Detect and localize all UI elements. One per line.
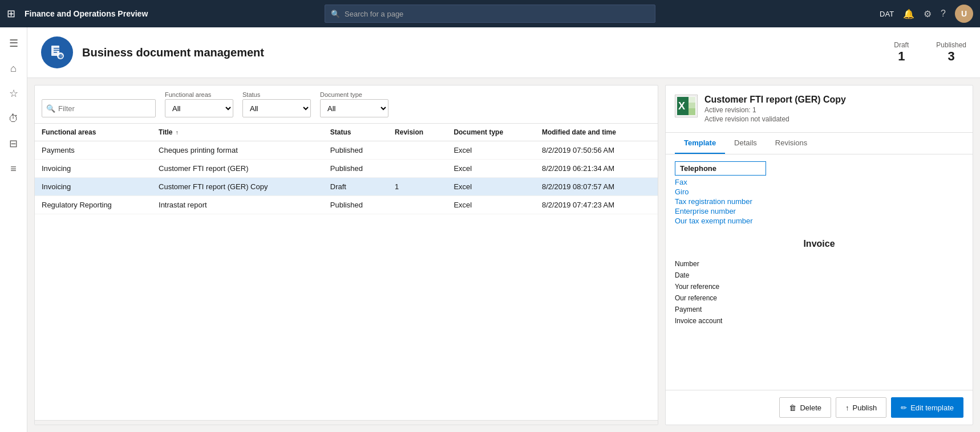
col-status: Status	[323, 124, 388, 141]
list-icon[interactable]: ≡	[2, 157, 25, 180]
table-row[interactable]: InvoicingCustomer FTI report (GER)Publis…	[35, 160, 658, 178]
invoice-field-payment: Payment	[675, 304, 963, 315]
svg-rect-2	[54, 50, 59, 51]
table-cell-4: Excel	[447, 141, 535, 160]
published-stat: Published 3	[936, 41, 966, 64]
pencil-icon: ✏	[901, 404, 907, 412]
table-cell-3	[388, 160, 447, 178]
delete-label: Delete	[800, 404, 821, 412]
col-document-type: Document type	[447, 124, 535, 141]
draft-value: 1	[894, 49, 909, 64]
detail-tabs: Template Details Revisions	[666, 133, 973, 154]
link-fax[interactable]: Fax	[675, 178, 963, 186]
table-cell-4: Excel	[447, 160, 535, 178]
sidebar: ☰ ⌂ ☆ ⏱ ⊟ ≡	[0, 27, 27, 432]
page-header: ⊕ Business document management Draft 1 P…	[27, 27, 980, 78]
avatar[interactable]: U	[955, 5, 973, 23]
excel-icon: X	[675, 95, 698, 117]
table-cell-4: Excel	[447, 196, 535, 214]
table-wrap: Functional areas Title ↑ Status Revision…	[35, 124, 658, 420]
invoice-field-account: Invoice account	[675, 315, 963, 327]
link-enterprise[interactable]: Enterprise number	[675, 207, 963, 215]
table-cell-2: Draft	[323, 178, 388, 196]
link-giro[interactable]: Giro	[675, 188, 963, 196]
table-cell-2: Published	[323, 141, 388, 160]
invoice-field-number: Number	[675, 258, 963, 270]
delete-icon: 🗑	[789, 404, 796, 412]
main-area: ⊕ Business document management Draft 1 P…	[27, 27, 980, 432]
table-row[interactable]: Regulatory ReportingIntrastat reportPubl…	[35, 196, 658, 214]
table-row[interactable]: InvoicingCustomer FTI report (GER) CopyD…	[35, 178, 658, 196]
published-label: Published	[936, 41, 966, 49]
table-cell-2: Published	[323, 160, 388, 178]
telephone-field: Telephone	[675, 161, 766, 176]
horizontal-scrollbar[interactable]	[35, 420, 658, 425]
status-filter: Status All	[242, 91, 311, 117]
documents-table: Functional areas Title ↑ Status Revision…	[35, 124, 658, 214]
document-type-select[interactable]: All	[320, 99, 388, 117]
invoice-field-date: Date	[675, 270, 963, 281]
status-select[interactable]: All	[242, 99, 311, 117]
table-cell-0: Payments	[35, 141, 152, 160]
home-icon[interactable]: ⌂	[2, 57, 25, 80]
filter-input[interactable]	[42, 99, 156, 117]
filter-bar: 🔍 Functional areas All Status All Do	[35, 85, 658, 124]
invoice-field-your-ref: Your reference	[675, 281, 963, 292]
link-tax-exempt[interactable]: Our tax exempt number	[675, 217, 963, 225]
tab-template[interactable]: Template	[675, 133, 725, 154]
publish-button[interactable]: ↑ Publish	[836, 397, 886, 418]
table-cell-3: 1	[388, 178, 447, 196]
draft-label: Draft	[894, 41, 909, 49]
table-row[interactable]: PaymentsCheques printing formatPublished…	[35, 141, 658, 160]
table-cell-1: Customer FTI report (GER) Copy	[152, 178, 323, 196]
gear-icon[interactable]: ⚙	[924, 9, 932, 19]
sort-arrow-icon: ↑	[176, 129, 179, 136]
delete-button[interactable]: 🗑 Delete	[779, 397, 831, 418]
page-icon: ⊕	[41, 36, 73, 68]
table-header: Functional areas Title ↑ Status Revision…	[35, 124, 658, 141]
filter-wrap: 🔍	[42, 99, 156, 117]
draft-stat: Draft 1	[894, 41, 909, 64]
table-cell-3	[388, 141, 447, 160]
detail-sub2: Active revision not validated	[704, 115, 846, 123]
search-bar[interactable]: 🔍	[325, 5, 655, 23]
edit-template-label: Edit template	[910, 404, 954, 412]
col-revision: Revision	[388, 124, 447, 141]
page-stats: Draft 1 Published 3	[894, 41, 966, 64]
content-row: 🔍 Functional areas All Status All Do	[27, 78, 980, 432]
topbar: ⊞ Finance and Operations Preview 🔍 DAT 🔔…	[0, 0, 980, 27]
link-tax-reg[interactable]: Tax registration number	[675, 197, 963, 206]
search-input[interactable]	[345, 10, 649, 18]
detail-panel: X Customer FTI report (GER) Copy Active …	[665, 85, 973, 425]
invoice-title: Invoice	[675, 239, 963, 249]
functional-areas-select[interactable]: All	[165, 99, 233, 117]
status-label: Status	[242, 91, 311, 98]
grid-icon[interactable]: ⊟	[2, 132, 25, 155]
table-cell-5: 8/2/2019 07:47:23 AM	[535, 196, 658, 214]
edit-template-button[interactable]: ✏ Edit template	[891, 397, 963, 418]
hamburger-icon[interactable]: ☰	[2, 32, 25, 55]
svg-text:X: X	[678, 100, 685, 112]
app-title: Finance and Operations Preview	[25, 9, 148, 18]
clock-icon[interactable]: ⏱	[2, 107, 25, 130]
tab-details[interactable]: Details	[725, 133, 766, 154]
invoice-section: Invoice Number Date Your reference Our r…	[675, 239, 963, 327]
bell-icon[interactable]: 🔔	[903, 9, 914, 19]
functional-areas-label: Functional areas	[165, 91, 233, 98]
publish-label: Publish	[852, 404, 877, 412]
table-cell-0: Invoicing	[35, 178, 152, 196]
invoice-field-our-ref: Our reference	[675, 292, 963, 304]
document-type-label: Document type	[320, 91, 388, 98]
app-grid-icon[interactable]: ⊞	[7, 7, 15, 20]
environment-label: DAT	[880, 10, 894, 18]
star-icon[interactable]: ☆	[2, 82, 25, 105]
template-links: Fax Giro Tax registration number Enterpr…	[675, 178, 963, 225]
help-icon[interactable]: ?	[941, 9, 946, 19]
table-cell-1: Customer FTI report (GER)	[152, 160, 323, 178]
svg-rect-3	[54, 52, 57, 53]
list-panel: 🔍 Functional areas All Status All Do	[34, 85, 658, 425]
table-cell-5: 8/2/2019 06:21:34 AM	[535, 160, 658, 178]
table-cell-0: Regulatory Reporting	[35, 196, 152, 214]
tab-revisions[interactable]: Revisions	[766, 133, 816, 154]
col-title[interactable]: Title ↑	[152, 124, 323, 141]
